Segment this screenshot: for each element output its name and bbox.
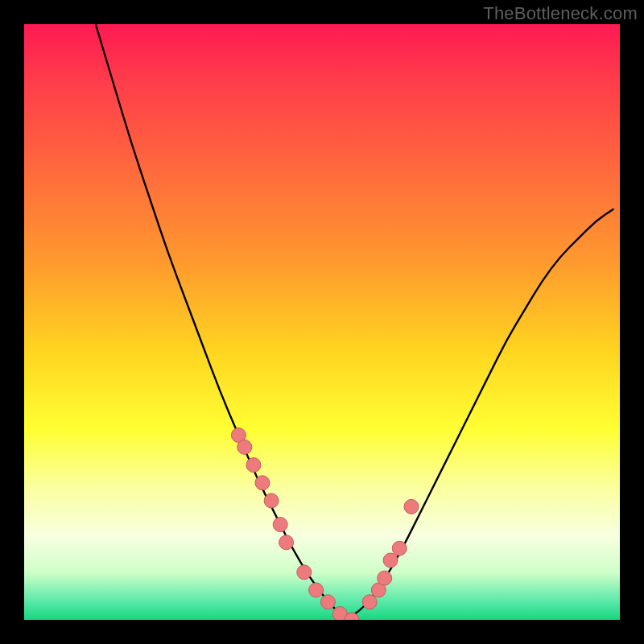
attribution-label: TheBottleneck.com [483,3,638,24]
chart-frame: TheBottleneck.com [0,0,644,644]
chart-plot-area [24,24,620,620]
